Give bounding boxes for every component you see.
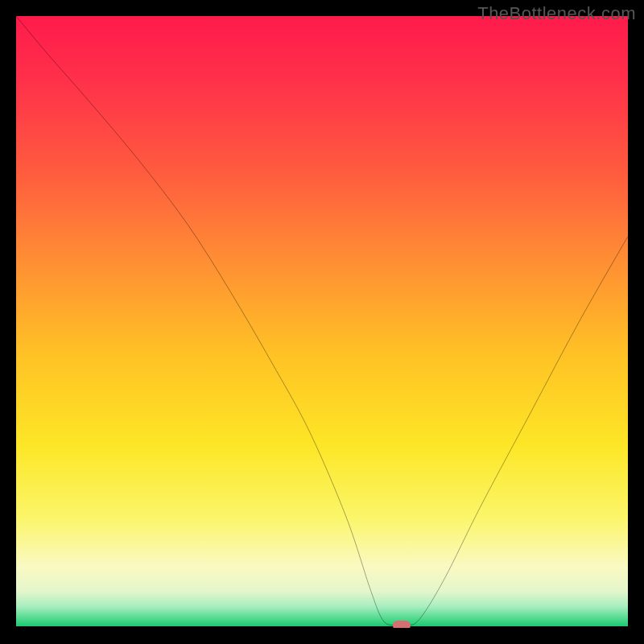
plot-area (16, 16, 628, 628)
watermark-text: TheBottleneck.com (477, 3, 636, 24)
chart-frame: TheBottleneck.com (0, 0, 644, 644)
x-axis-baseline (16, 626, 628, 628)
bottleneck-curve (16, 16, 628, 628)
optimal-point-marker (393, 621, 411, 628)
